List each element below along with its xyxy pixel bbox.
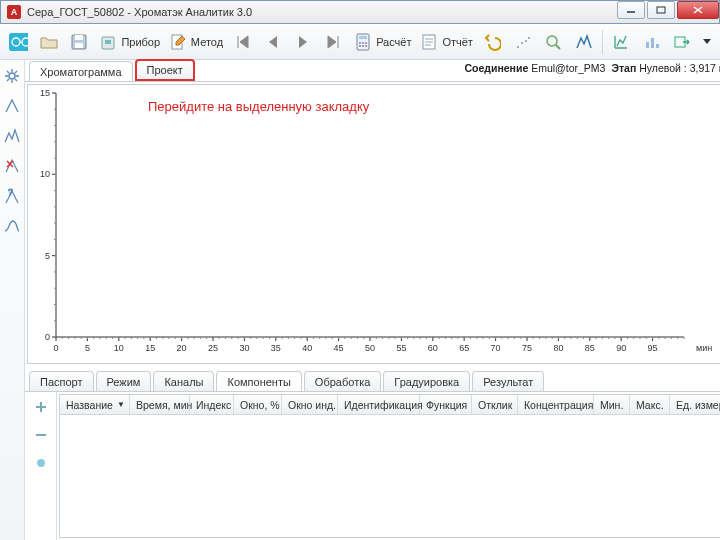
grid-area: Название▼ Время, мин Индекс Окно, % Окно… [57,392,720,540]
col-index[interactable]: Индекс [190,395,234,414]
tab-passport[interactable]: Паспорт [29,371,94,391]
barchart-button[interactable] [638,28,667,56]
tab-channels[interactable]: Каналы [153,371,214,391]
peak-x-icon [3,157,21,175]
svg-text:15: 15 [40,88,50,98]
instrument-button[interactable]: Прибор [96,28,163,56]
export-icon [673,32,692,52]
chevron-down-icon [703,39,711,44]
undo-icon [483,32,502,52]
zoom-fit-button[interactable] [539,28,568,56]
chart-view-button[interactable] [607,28,636,56]
svg-point-27 [521,42,523,44]
svg-text:80: 80 [553,343,563,353]
prev-button[interactable] [259,28,288,56]
svg-text:85: 85 [585,343,595,353]
baseline-button[interactable] [508,28,537,56]
last-button[interactable] [320,28,349,56]
single-peak-button[interactable] [0,94,24,118]
tab-project[interactable]: Проект [135,59,195,81]
report-button[interactable]: Отчёт [416,28,476,56]
connect-button[interactable] [4,28,33,56]
connection-value: Emul@tor_PM3 [531,62,605,74]
svg-text:55: 55 [396,343,406,353]
next-button[interactable] [289,28,318,56]
svg-rect-15 [359,36,367,39]
maximize-button[interactable] [647,1,675,19]
svg-point-28 [525,40,527,42]
tab-mode[interactable]: Режим [96,371,152,391]
col-max[interactable]: Макс. [630,395,670,414]
svg-rect-9 [75,35,83,40]
svg-text:65: 65 [459,343,469,353]
col-identification[interactable]: Идентификация [338,395,420,414]
close-button[interactable] [677,1,719,19]
toolbar-overflow-button[interactable] [699,28,716,56]
peak-tool-button[interactable] [570,28,599,56]
calc-button[interactable]: Расчёт [350,28,414,56]
row-settings-button[interactable] [32,454,50,472]
save-button[interactable] [65,28,94,56]
col-concentration[interactable]: Концентрация [518,395,594,414]
gear-button[interactable] [0,64,24,88]
chart-area[interactable]: Перейдите на выделенную закладку 0510152… [27,84,720,364]
components-grid[interactable]: Название▼ Время, мин Индекс Окно, % Окно… [59,394,720,538]
col-unit[interactable]: Ед. измерения [670,395,720,414]
skip-first-icon [233,32,252,52]
stage-value: Нулевой : 3,917 мин [639,62,720,74]
minimize-button[interactable] [617,1,645,19]
tab-result[interactable]: Результат [472,371,544,391]
svg-text:25: 25 [208,343,218,353]
open-button[interactable] [35,28,64,56]
integrate-button[interactable] [0,214,24,238]
svg-text:95: 95 [648,343,658,353]
col-window-pct[interactable]: Окно, % [234,395,282,414]
undo-button[interactable] [478,28,507,56]
svg-point-18 [365,42,367,44]
edit-icon [168,32,188,52]
svg-rect-1 [657,7,665,13]
export-button[interactable] [668,28,697,56]
plus-icon [34,400,48,414]
svg-text:15: 15 [145,343,155,353]
tab-processing[interactable]: Обработка [304,371,381,391]
double-peak-button[interactable] [0,124,24,148]
toolbar-separator [602,30,603,54]
window-controls [615,1,719,21]
col-time[interactable]: Время, мин [130,395,190,414]
col-name[interactable]: Название▼ [60,395,130,414]
svg-text:20: 20 [177,343,187,353]
bottom-tabs: Паспорт Режим Каналы Компоненты Обработк… [25,370,720,392]
tab-components[interactable]: Компоненты [216,371,301,391]
tab-chromatogram[interactable]: Хроматограмма [29,61,133,81]
skip-last-icon [325,32,344,52]
main-area: ? Хроматограмма Проект Соединение Emul@t… [0,60,720,540]
close-icon [693,6,703,14]
col-function[interactable]: Функция [420,395,472,414]
col-min[interactable]: Мин. [594,395,630,414]
remove-row-button[interactable] [32,426,50,444]
unknown-peak-button[interactable]: ? [0,184,24,208]
col-window-ind[interactable]: Окно инд. [282,395,338,414]
svg-text:30: 30 [239,343,249,353]
svg-rect-32 [646,42,649,48]
report-icon [419,32,439,52]
add-row-button[interactable] [32,398,50,416]
app-icon: A [7,5,21,19]
svg-text:60: 60 [428,343,438,353]
col-response[interactable]: Отклик [472,395,518,414]
content-column: Хроматограмма Проект Соединение Emul@tor… [25,60,720,540]
svg-point-29 [528,37,530,39]
svg-rect-12 [105,40,111,44]
svg-line-31 [556,45,560,49]
svg-rect-33 [651,38,654,48]
tab-calibration[interactable]: Градуировка [383,371,470,391]
minimize-icon [626,6,636,14]
calc-label: Расчёт [376,36,411,48]
method-button[interactable]: Метод [165,28,226,56]
peak-icon [575,32,594,52]
main-toolbar: Прибор Метод Расчёт Отчёт [0,24,720,60]
first-button[interactable] [228,28,257,56]
svg-text:90: 90 [616,343,626,353]
delete-peak-button[interactable] [0,154,24,178]
